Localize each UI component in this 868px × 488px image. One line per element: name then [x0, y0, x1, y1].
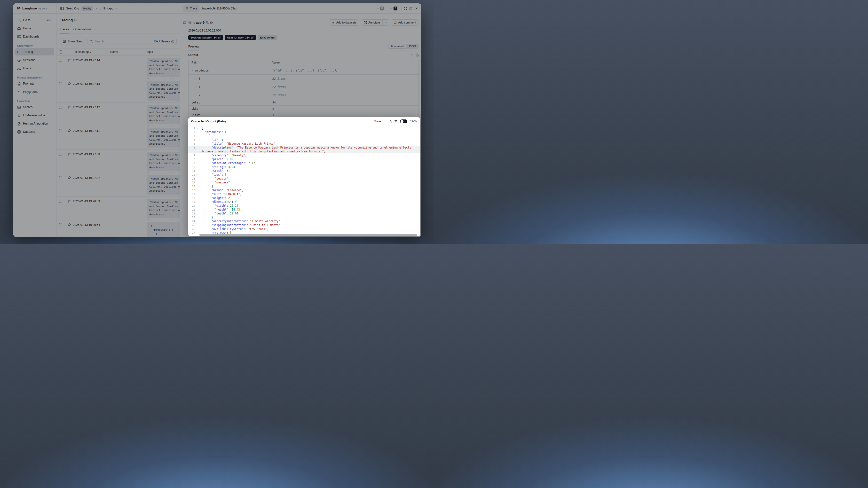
code-line[interactable]: 7 "category": "beauty", — [188, 153, 420, 157]
line-number — [188, 150, 199, 153]
line-number: 23 — [188, 215, 199, 219]
line-number: 4 — [188, 138, 199, 142]
code-text: "rating": 4.94, — [199, 165, 237, 169]
code-text: "mascara" — [199, 181, 230, 184]
line-number: 13 — [188, 177, 199, 181]
code-line[interactable]: 19 "dimensions": { — [188, 200, 420, 204]
line-number: 10 — [188, 165, 199, 169]
code-text: Achieve dramatic lashes with this long-l… — [199, 150, 326, 153]
code-line[interactable]: 5 "title": "Essence Mascara Lash Prince"… — [188, 142, 420, 146]
line-number: 9 — [188, 161, 199, 165]
fold-icon[interactable] — [196, 232, 198, 234]
code-text: "category": "beauty", — [199, 153, 247, 157]
code-line[interactable]: 23 }, — [188, 215, 420, 219]
code-text: { — [199, 134, 210, 138]
code-text: "sku": "RCH45Q1A", — [199, 192, 242, 196]
line-number: 20 — [188, 204, 199, 208]
code-text: "stock": 5, — [199, 169, 230, 173]
desktop: { "topbar": { "app_name": "Langfuse", "v… — [0, 0, 434, 244]
json-toggle-label: JSON — [410, 120, 417, 123]
line-number: 24 — [188, 219, 199, 223]
horizontal-scrollbar[interactable] — [199, 234, 417, 236]
code-line[interactable]: 24 "warrantyInformation": "1 month warra… — [188, 219, 420, 223]
fold-icon[interactable] — [196, 201, 198, 203]
code-line[interactable]: 1{ — [188, 126, 420, 130]
code-line[interactable]: 4 "id": 1, — [188, 138, 420, 142]
line-number: 25 — [188, 223, 199, 227]
line-number: 3 — [188, 134, 199, 138]
line-number: 11 — [188, 169, 199, 173]
code-line[interactable]: 22 "depth": 28.01 — [188, 212, 420, 215]
line-number: 6 — [188, 146, 199, 150]
code-text: "description": "The Essence Mascara Lash… — [199, 146, 413, 150]
code-line[interactable]: 20 "width": 23.17, — [188, 204, 420, 208]
line-number: 14 — [188, 181, 199, 184]
code-line[interactable]: 15 ], — [188, 184, 420, 188]
code-text: "beauty", — [199, 177, 230, 181]
line-number: 17 — [188, 192, 199, 196]
code-text: ], — [199, 184, 215, 188]
code-line[interactable]: 25 "shippingInformation": "Ships in 1 mo… — [188, 223, 420, 227]
code-text: "height": 14.43, — [199, 208, 242, 212]
code-line[interactable]: 6 "description": "The Essence Mascara La… — [188, 146, 420, 150]
code-line[interactable]: 10 "rating": 4.94, — [188, 165, 420, 169]
code-text: }, — [199, 215, 215, 219]
line-number: 1 — [188, 126, 199, 130]
json-toggle[interactable] — [400, 119, 407, 123]
code-text: "price": 9.99, — [199, 157, 235, 161]
fold-icon[interactable] — [196, 236, 198, 236]
code-text: "discountPercentage": 7.17, — [199, 161, 257, 165]
code-line[interactable]: 11 "stock": 5, — [188, 169, 420, 173]
corrected-output-panel: Corrected Output (Beta) Saved JSON 1{2 "… — [188, 117, 420, 236]
code-line[interactable]: 14 "mascara" — [188, 181, 420, 184]
line-number: 7 — [188, 153, 199, 157]
code-text: { — [199, 126, 203, 130]
line-number: 15 — [188, 184, 199, 188]
line-number: 27 — [188, 231, 199, 235]
line-number: 5 — [188, 142, 199, 146]
line-number: 19 — [188, 200, 199, 204]
code-text: "products": [ — [199, 130, 226, 134]
code-line[interactable]: 2 "products": [ — [188, 130, 420, 134]
code-line[interactable]: 13 "beauty", — [188, 177, 420, 181]
saved-status: Saved — [374, 120, 386, 123]
code-text: "warrantyInformation": "1 month warranty… — [199, 219, 282, 223]
line-number: 21 — [188, 208, 199, 212]
line-number: 28 — [188, 235, 199, 236]
code-line[interactable]: 12 "tags": [ — [188, 173, 420, 177]
code-line[interactable]: 17 "sku": "RCH45Q1A", — [188, 192, 420, 196]
check-icon — [383, 120, 386, 123]
code-text: "dimensions": { — [199, 200, 237, 204]
app-window: Langfuse v3.146.0 Seed Org Hobby / llm-a… — [13, 3, 421, 237]
save-file-icon[interactable] — [389, 120, 392, 123]
fold-icon[interactable] — [196, 131, 198, 133]
fold-icon[interactable] — [196, 127, 198, 129]
line-number: 26 — [188, 227, 199, 231]
corrected-output-title: Corrected Output (Beta) — [191, 120, 226, 123]
code-text: "availabilityStatus": "Low Stock", — [199, 227, 269, 231]
line-number: 12 — [188, 173, 199, 177]
code-text: "title": "Essence Mascara Lash Prince", — [199, 142, 277, 146]
code-line[interactable]: 26 "availabilityStatus": "Low Stock", — [188, 227, 420, 231]
delete-icon[interactable] — [394, 120, 398, 123]
code-text: "shippingInformation": "Ships in 1 month… — [199, 223, 282, 227]
line-number: 22 — [188, 212, 199, 215]
code-line[interactable]: 21 "height": 14.43, — [188, 208, 420, 212]
code-line[interactable]: 18 "weight": 2, — [188, 196, 420, 200]
fold-icon[interactable] — [196, 174, 198, 176]
code-line[interactable]: 9 "discountPercentage": 7.17, — [188, 161, 420, 165]
code-line[interactable]: 3 { — [188, 134, 420, 138]
code-line[interactable]: 16 "brand": "Essence", — [188, 188, 420, 192]
saved-label: Saved — [374, 120, 382, 123]
fold-icon[interactable] — [196, 135, 198, 137]
json-editor[interactable]: 1{2 "products": [3 {4 "id": 1,5 "title":… — [188, 125, 420, 236]
code-text: "brand": "Essence", — [199, 188, 243, 192]
code-text: "id": 1, — [199, 138, 225, 142]
line-number: 18 — [188, 196, 199, 200]
code-text: "tags": [ — [199, 173, 226, 177]
code-line[interactable]: Achieve dramatic lashes with this long-l… — [188, 150, 420, 153]
line-number: 8 — [188, 157, 199, 161]
code-line[interactable]: 8 "price": 9.99, — [188, 157, 420, 161]
line-number: 16 — [188, 188, 199, 192]
line-number: 2 — [188, 130, 199, 134]
